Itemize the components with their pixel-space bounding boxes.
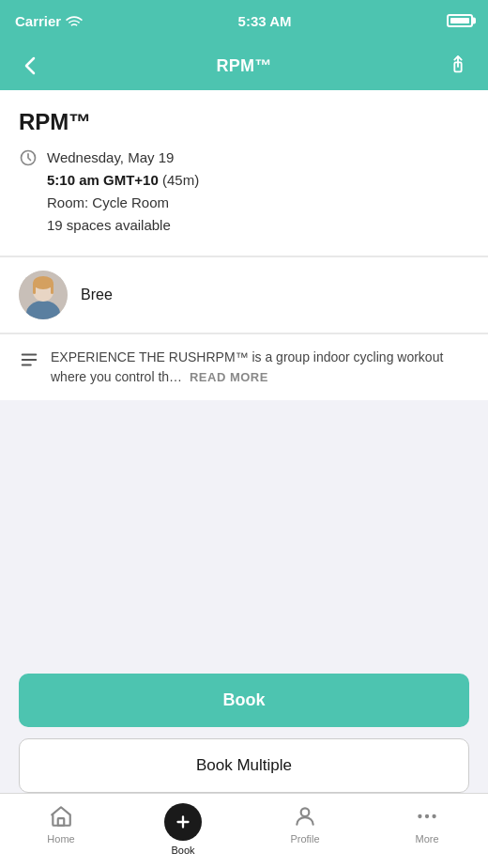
home-icon bbox=[48, 803, 74, 829]
description-icon bbox=[19, 349, 39, 374]
svg-point-15 bbox=[418, 814, 421, 818]
more-icon bbox=[414, 803, 440, 829]
class-details: RPM™ Wednesday, May 19 5:10 am GMT+10 (4… bbox=[0, 90, 488, 256]
time-label: 5:33 AM bbox=[238, 13, 292, 29]
profile-icon bbox=[292, 803, 318, 829]
button-area: Book Book Multiple bbox=[0, 674, 488, 793]
avatar bbox=[19, 271, 68, 319]
main-content-area bbox=[0, 400, 488, 626]
time-label: 5:10 am GMT+10 bbox=[47, 172, 159, 188]
book-multiple-button[interactable]: Book Multiple bbox=[19, 738, 469, 793]
svg-point-5 bbox=[33, 276, 53, 289]
description-section: EXPERIENCE THE RUSHRPM™ is a group indoo… bbox=[0, 334, 488, 400]
share-button[interactable] bbox=[443, 51, 473, 81]
nav-title: RPM™ bbox=[216, 56, 271, 76]
availability-label: 19 spaces available bbox=[47, 217, 171, 233]
description-text: EXPERIENCE THE RUSHRPM™ is a group indoo… bbox=[51, 348, 469, 387]
tab-profile[interactable]: Profile bbox=[244, 803, 366, 845]
date-row: Wednesday, May 19 5:10 am GMT+10 (45m) R… bbox=[19, 147, 469, 237]
svg-rect-7 bbox=[51, 283, 53, 294]
battery-icon bbox=[447, 14, 473, 27]
svg-rect-6 bbox=[33, 283, 36, 294]
status-bar: Carrier 5:33 AM bbox=[0, 0, 488, 41]
tab-home[interactable]: Home bbox=[0, 803, 122, 845]
tab-book[interactable]: Book bbox=[122, 803, 244, 856]
svg-rect-11 bbox=[58, 818, 65, 826]
tab-more-label: More bbox=[415, 833, 438, 845]
book-button[interactable]: Book bbox=[19, 674, 469, 727]
tab-bar: Home Book Profile More bbox=[0, 793, 488, 868]
tab-more[interactable]: More bbox=[366, 803, 488, 845]
duration-label: (45m) bbox=[162, 172, 199, 188]
nav-bar: RPM™ bbox=[0, 41, 488, 90]
carrier-info: Carrier bbox=[15, 13, 83, 29]
room-label: Room: Cycle Room bbox=[47, 194, 169, 210]
svg-point-16 bbox=[425, 814, 429, 818]
wifi-icon bbox=[66, 15, 83, 27]
book-add-icon bbox=[164, 803, 202, 841]
svg-point-17 bbox=[432, 814, 435, 818]
svg-point-14 bbox=[301, 808, 310, 816]
tab-home-label: Home bbox=[47, 833, 74, 845]
back-button[interactable] bbox=[15, 51, 45, 81]
date-detail: Wednesday, May 19 5:10 am GMT+10 (45m) R… bbox=[47, 147, 199, 237]
tab-profile-label: Profile bbox=[290, 833, 319, 845]
class-title: RPM™ bbox=[19, 109, 469, 135]
read-more-button[interactable]: READ MORE bbox=[190, 370, 268, 384]
clock-icon bbox=[19, 148, 38, 171]
tab-book-label: Book bbox=[171, 845, 194, 856]
instructor-name: Bree bbox=[81, 287, 113, 303]
date-label: Wednesday, May 19 bbox=[47, 149, 174, 165]
carrier-label: Carrier bbox=[15, 13, 61, 29]
instructor-section: Bree bbox=[0, 257, 488, 333]
